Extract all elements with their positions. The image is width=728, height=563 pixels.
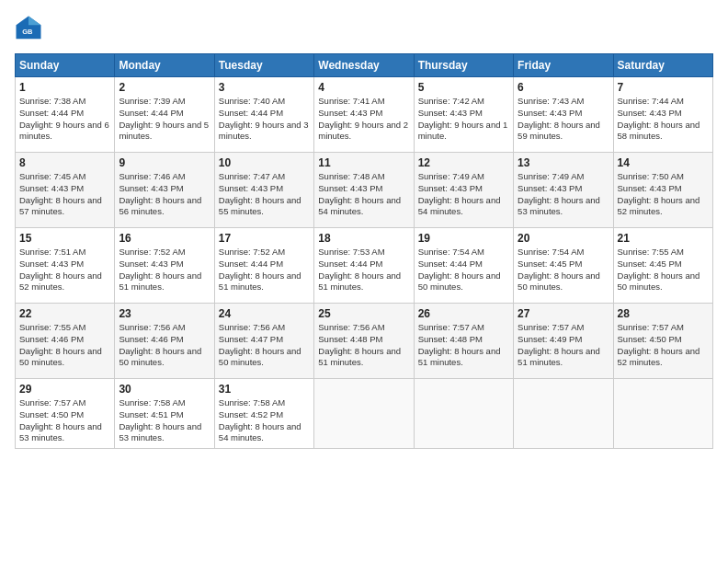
calendar-cell: 26 Sunrise: 7:57 AM Sunset: 4:48 PM Dayl… — [414, 304, 513, 379]
calendar-cell — [613, 379, 712, 449]
day-info: Sunrise: 7:53 AM Sunset: 4:44 PM Dayligh… — [318, 247, 409, 293]
calendar-week-5: 29 Sunrise: 7:57 AM Sunset: 4:50 PM Dayl… — [16, 379, 713, 449]
calendar-cell: 21 Sunrise: 7:55 AM Sunset: 4:45 PM Dayl… — [613, 228, 712, 304]
logo-icon: GB — [15, 15, 42, 42]
day-number: 30 — [119, 383, 210, 396]
svg-marker-1 — [28, 17, 41, 26]
day-info: Sunrise: 7:48 AM Sunset: 4:43 PM Dayligh… — [318, 171, 409, 218]
day-number: 20 — [518, 232, 609, 245]
calendar-cell: 13 Sunrise: 7:49 AM Sunset: 4:43 PM Dayl… — [514, 153, 613, 228]
calendar-cell — [314, 379, 414, 449]
logo: GB — [15, 15, 46, 42]
calendar-cell: 9 Sunrise: 7:46 AM Sunset: 4:43 PM Dayli… — [115, 153, 214, 228]
day-info: Sunrise: 7:55 AM Sunset: 4:45 PM Dayligh… — [618, 247, 709, 293]
day-info: Sunrise: 7:58 AM Sunset: 4:52 PM Dayligh… — [219, 397, 310, 444]
calendar-header-thursday: Thursday — [414, 54, 513, 77]
day-number: 1 — [19, 81, 110, 94]
day-number: 14 — [618, 156, 709, 169]
calendar-cell: 15 Sunrise: 7:51 AM Sunset: 4:43 PM Dayl… — [16, 228, 115, 304]
day-info: Sunrise: 7:52 AM Sunset: 4:43 PM Dayligh… — [119, 247, 210, 293]
day-info: Sunrise: 7:57 AM Sunset: 4:50 PM Dayligh… — [19, 397, 110, 444]
day-info: Sunrise: 7:57 AM Sunset: 4:50 PM Dayligh… — [618, 322, 709, 369]
calendar-cell: 29 Sunrise: 7:57 AM Sunset: 4:50 PM Dayl… — [16, 379, 115, 449]
day-number: 6 — [518, 81, 609, 94]
day-info: Sunrise: 7:39 AM Sunset: 4:44 PM Dayligh… — [119, 96, 210, 143]
calendar-cell: 28 Sunrise: 7:57 AM Sunset: 4:50 PM Dayl… — [613, 304, 712, 379]
calendar-header-sunday: Sunday — [16, 54, 115, 77]
day-number: 12 — [418, 156, 509, 169]
day-number: 18 — [318, 232, 409, 245]
header: GB — [15, 15, 713, 42]
calendar-cell: 31 Sunrise: 7:58 AM Sunset: 4:52 PM Dayl… — [214, 379, 313, 449]
day-info: Sunrise: 7:49 AM Sunset: 4:43 PM Dayligh… — [518, 171, 609, 218]
day-info: Sunrise: 7:56 AM Sunset: 4:46 PM Dayligh… — [119, 322, 210, 369]
day-info: Sunrise: 7:55 AM Sunset: 4:46 PM Dayligh… — [19, 322, 110, 369]
day-info: Sunrise: 7:44 AM Sunset: 4:43 PM Dayligh… — [618, 96, 709, 143]
calendar-cell: 4 Sunrise: 7:41 AM Sunset: 4:43 PM Dayli… — [314, 77, 414, 153]
calendar-cell: 27 Sunrise: 7:57 AM Sunset: 4:49 PM Dayl… — [514, 304, 613, 379]
day-number: 24 — [219, 307, 310, 320]
calendar-cell: 6 Sunrise: 7:43 AM Sunset: 4:43 PM Dayli… — [514, 77, 613, 153]
calendar-cell: 23 Sunrise: 7:56 AM Sunset: 4:46 PM Dayl… — [115, 304, 214, 379]
day-info: Sunrise: 7:46 AM Sunset: 4:43 PM Dayligh… — [119, 171, 210, 218]
day-number: 19 — [418, 232, 509, 245]
day-number: 26 — [418, 307, 509, 320]
calendar-cell: 12 Sunrise: 7:49 AM Sunset: 4:43 PM Dayl… — [414, 153, 513, 228]
calendar-header-friday: Friday — [514, 54, 613, 77]
calendar-cell — [414, 379, 513, 449]
svg-text:GB: GB — [22, 28, 33, 36]
day-number: 29 — [19, 383, 110, 396]
calendar-cell: 8 Sunrise: 7:45 AM Sunset: 4:43 PM Dayli… — [16, 153, 115, 228]
day-number: 15 — [19, 232, 110, 245]
day-info: Sunrise: 7:45 AM Sunset: 4:43 PM Dayligh… — [19, 171, 110, 218]
day-number: 17 — [219, 232, 310, 245]
calendar-header-wednesday: Wednesday — [314, 54, 414, 77]
calendar-week-3: 15 Sunrise: 7:51 AM Sunset: 4:43 PM Dayl… — [16, 228, 713, 304]
day-number: 25 — [318, 307, 409, 320]
day-info: Sunrise: 7:40 AM Sunset: 4:44 PM Dayligh… — [219, 96, 310, 143]
day-info: Sunrise: 7:47 AM Sunset: 4:43 PM Dayligh… — [219, 171, 310, 218]
day-info: Sunrise: 7:56 AM Sunset: 4:48 PM Dayligh… — [318, 322, 409, 369]
calendar-cell — [514, 379, 613, 449]
day-number: 27 — [518, 307, 609, 320]
calendar-week-2: 8 Sunrise: 7:45 AM Sunset: 4:43 PM Dayli… — [16, 153, 713, 228]
day-info: Sunrise: 7:50 AM Sunset: 4:43 PM Dayligh… — [618, 171, 709, 218]
day-number: 9 — [119, 156, 210, 169]
day-number: 7 — [618, 81, 709, 94]
day-number: 22 — [19, 307, 110, 320]
day-number: 13 — [518, 156, 609, 169]
calendar-header-tuesday: Tuesday — [214, 54, 313, 77]
calendar-header-saturday: Saturday — [613, 54, 712, 77]
calendar-cell: 24 Sunrise: 7:56 AM Sunset: 4:47 PM Dayl… — [214, 304, 313, 379]
day-info: Sunrise: 7:57 AM Sunset: 4:49 PM Dayligh… — [518, 322, 609, 369]
day-info: Sunrise: 7:52 AM Sunset: 4:44 PM Dayligh… — [219, 247, 310, 293]
calendar-week-1: 1 Sunrise: 7:38 AM Sunset: 4:44 PM Dayli… — [16, 77, 713, 153]
calendar-cell: 16 Sunrise: 7:52 AM Sunset: 4:43 PM Dayl… — [115, 228, 214, 304]
day-info: Sunrise: 7:57 AM Sunset: 4:48 PM Dayligh… — [418, 322, 509, 369]
day-number: 4 — [318, 81, 409, 94]
calendar-cell: 25 Sunrise: 7:56 AM Sunset: 4:48 PM Dayl… — [314, 304, 414, 379]
day-info: Sunrise: 7:56 AM Sunset: 4:47 PM Dayligh… — [219, 322, 310, 369]
day-number: 5 — [418, 81, 509, 94]
calendar-header-monday: Monday — [115, 54, 214, 77]
day-info: Sunrise: 7:51 AM Sunset: 4:43 PM Dayligh… — [19, 247, 110, 293]
day-number: 2 — [119, 81, 210, 94]
calendar-cell: 10 Sunrise: 7:47 AM Sunset: 4:43 PM Dayl… — [214, 153, 313, 228]
calendar-cell: 18 Sunrise: 7:53 AM Sunset: 4:44 PM Dayl… — [314, 228, 414, 304]
calendar-cell: 22 Sunrise: 7:55 AM Sunset: 4:46 PM Dayl… — [16, 304, 115, 379]
calendar-cell: 19 Sunrise: 7:54 AM Sunset: 4:44 PM Dayl… — [414, 228, 513, 304]
day-number: 16 — [119, 232, 210, 245]
calendar-week-4: 22 Sunrise: 7:55 AM Sunset: 4:46 PM Dayl… — [16, 304, 713, 379]
day-number: 3 — [219, 81, 310, 94]
day-number: 8 — [19, 156, 110, 169]
day-info: Sunrise: 7:42 AM Sunset: 4:43 PM Dayligh… — [418, 96, 509, 143]
calendar-cell: 11 Sunrise: 7:48 AM Sunset: 4:43 PM Dayl… — [314, 153, 414, 228]
calendar-cell: 14 Sunrise: 7:50 AM Sunset: 4:43 PM Dayl… — [613, 153, 712, 228]
day-info: Sunrise: 7:41 AM Sunset: 4:43 PM Dayligh… — [318, 96, 409, 143]
calendar-cell: 30 Sunrise: 7:58 AM Sunset: 4:51 PM Dayl… — [115, 379, 214, 449]
day-number: 11 — [318, 156, 409, 169]
day-info: Sunrise: 7:54 AM Sunset: 4:44 PM Dayligh… — [418, 247, 509, 293]
day-number: 28 — [618, 307, 709, 320]
day-number: 23 — [119, 307, 210, 320]
page-container: GB SundayMondayTuesdayWednesdayThursdayF… — [0, 0, 728, 458]
